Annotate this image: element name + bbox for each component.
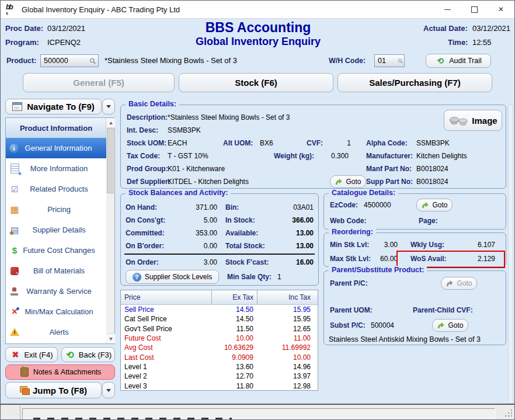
goto-arrow-icon [421,202,429,209]
table-row: Level 212.7013.97 [121,372,318,381]
product-input[interactable] [41,57,89,65]
committed-label: Committed: [126,229,184,237]
parent-uom-label: Parent UOM: [330,306,373,314]
parent-substitute-title: Parent/Substitute Product: [329,266,427,274]
notes-attachments-button[interactable]: Notes & Attachments [5,365,115,380]
reordering-section: Reordering: Min Stk Lvl: 3.00 Wkly Usg: … [323,232,506,267]
navigate-to-button[interactable]: Navigate To (F9) [5,99,102,114]
int-desc-value: SSMB3PK [168,126,201,134]
back-button[interactable]: Back (F3) [61,347,115,362]
subst-description: Stainless Steel Antiskid Mixing Bowls - … [329,335,481,343]
sidebar-item-label: Related Products [20,185,106,193]
subst-goto-button[interactable]: Goto [432,319,468,332]
tab-general[interactable]: General (F5) [23,73,175,92]
sidebar-item-label: Min/Max Calculation [20,307,106,316]
web-code-label: Web Code: [330,217,366,225]
sidebar-item-label: Bill of Materials [20,266,106,275]
clipboard-icon [20,367,29,377]
goto-label: Goto [457,279,472,287]
exit-x-icon [10,349,20,360]
supplier-icon [9,225,20,235]
back-label: Back (F3) [79,350,112,359]
search-icon[interactable] [89,57,96,65]
maximize-button[interactable] [461,1,488,18]
actual-date-value: 03/12/2021 [472,24,510,33]
title-bar: Global Inventory Enquiry - ABC Trading P… [1,1,514,19]
sidebar-item-general-information[interactable]: General Information [6,138,106,159]
sidebar-item-warranty-service[interactable]: Warranty & Service [6,281,106,302]
available-label: Available: [225,229,287,237]
sidebar-item-label: Future Cost Changes [20,246,106,255]
exit-button[interactable]: Exit (F4) [5,347,58,362]
goto-arrow-icon [446,280,453,287]
table-row: Avg Cost10.6362911.69992 [121,343,318,352]
product-label: Product: [6,57,36,65]
window-title: Global Inventory Enquiry - ABC Trading P… [22,5,180,14]
scrollbar-thumb[interactable] [107,128,115,193]
sidebar-item-more-information[interactable]: More Information [6,158,106,179]
sidebar-item-related-products[interactable]: Related Products [6,179,106,200]
sidebar-item-future-cost-changes[interactable]: Future Cost Changes [6,240,106,261]
status-divider [20,406,20,419]
scroll-down-icon[interactable] [106,334,115,343]
audit-trail-button[interactable]: Audit Trail [426,54,491,68]
wh-code-input[interactable] [375,57,398,65]
basic-details-title: Basic Details: [126,100,179,108]
sidebar-item-supplier-details[interactable]: Supplier Details [6,220,106,241]
supplier-stock-levels-button[interactable]: Supplier Stock Levels [126,270,219,284]
bin-value: 03A01 [287,203,314,211]
search-icon[interactable] [398,57,403,65]
folders-icon [20,386,29,394]
minmax-icon [9,307,20,317]
form-icon [12,102,22,111]
on-hand-label: On Hand: [126,203,184,211]
sidebar-item-label: Warranty & Service [20,287,106,296]
sidebar-item-bill-of-materials[interactable]: Bill of Materials [6,261,106,282]
parent-goto-button[interactable]: Goto [441,277,477,290]
supplier-goto-button[interactable]: Goto [330,175,366,188]
cvf-value: 1 [338,139,351,147]
stock-fcast-label: Stock F'cast: [225,258,287,266]
subst-pc-value: 500004 [371,321,394,329]
resize-grip[interactable] [504,409,512,418]
alpha-code-value: SSMB3PK [416,139,450,147]
prod-group-value: K01 - Kitchenware [168,165,225,173]
sidebar-item-alerts[interactable]: Alerts [6,322,106,342]
sidebar-item-pricing[interactable]: Pricing [6,199,106,220]
table-row: Future Cost10.0011.00 [121,334,318,343]
tab-sales-purchasing[interactable]: Sales/Purchasing (F7) [337,73,492,92]
def-supplier-value: KITDEL - Kitchen Delights [168,178,249,186]
page-label: Page: [419,217,438,225]
stock-row: Committed: 353.00 Available: 13.00 [121,227,318,239]
stock-fcast-value: 16.00 [287,258,314,266]
description-label: Description: [127,113,168,122]
manufacturer-value: Kitchen Delights [416,152,467,160]
scroll-up-icon[interactable] [106,118,115,128]
navigate-to-dropdown-arrow[interactable] [102,99,115,114]
goto-label: Goto [448,321,463,329]
image-button[interactable]: Image [444,110,502,131]
main-scrollbar[interactable] [508,105,513,404]
materials-icon [11,267,19,275]
minimize-button[interactable] [434,1,461,18]
table-row: Cat Sell Price14.5015.95 [121,314,318,324]
close-button[interactable] [488,1,514,18]
ezcode-label: EzCode: [330,201,358,209]
def-supplier-label: Def Supplier: [127,178,170,186]
jump-to-button[interactable]: Jump To (F8) [5,382,102,398]
application-window: Global Inventory Enquiry - ABC Trading P… [0,0,515,420]
navigate-to-label: Navigate To (F9) [27,102,95,112]
min-stk-value: 3.00 [377,241,398,249]
sidebar-scrollbar[interactable] [106,118,114,343]
sidebar-item-label: Supplier Details [20,225,106,234]
tax-code-label: Tax Code: [127,152,160,160]
on-order-value: 3.00 [184,258,217,266]
sidebar-item-minmax-calculation[interactable]: Min/Max Calculation [6,301,106,322]
tab-stock[interactable]: Stock (F6) [179,73,333,92]
catalogue-goto-button[interactable]: Goto [416,199,453,211]
subst-pc-label: Subst P/C: [330,321,366,329]
goto-arrow-icon [437,322,444,329]
jump-to-dropdown-arrow[interactable] [102,382,115,398]
max-stk-label: Max Stk Lvl: [330,255,377,263]
inc-tax-column-header: Inc Tax [257,290,314,304]
